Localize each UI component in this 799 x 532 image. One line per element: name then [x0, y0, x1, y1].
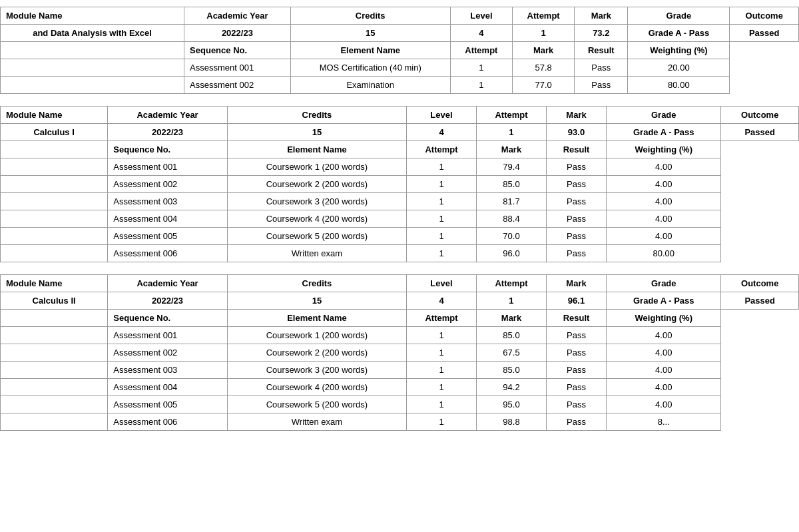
assessment-result-cell: Pass: [546, 362, 606, 379]
assessment-seq-cell: Assessment 002: [108, 344, 228, 362]
sub-header-cell: Weighting (%): [628, 42, 730, 59]
table-header-mark: Mark: [546, 107, 606, 124]
assessment-seq-cell: Assessment 004: [108, 210, 228, 228]
assessment-row: Assessment 002Examination177.0Pass80.00: [1, 77, 799, 94]
assessment-row: Assessment 003Coursework 3 (200 words)18…: [1, 193, 799, 210]
assessment-row: Assessment 005Coursework 5 (200 words)17…: [1, 228, 799, 245]
assessment-result-cell: Pass: [546, 210, 606, 228]
assessment-row: Assessment 001MOS Certification (40 min)…: [1, 59, 799, 77]
assessment-weighting-cell: 80.00: [628, 77, 730, 94]
assessment-weighting-cell: 4.00: [607, 158, 721, 176]
assessment-seq-cell: Assessment 002: [184, 77, 291, 94]
module-level-cell: 4: [407, 292, 477, 310]
assessment-result-cell: Pass: [575, 77, 628, 94]
module-outcome-cell: Passed: [721, 124, 799, 141]
assessment-seq-cell: Assessment 001: [108, 158, 228, 176]
empty-cell: [1, 413, 108, 431]
assessment-mark-cell: 88.4: [476, 210, 546, 228]
assessment-mark-cell: 81.7: [476, 193, 546, 210]
module-attempt-cell: 1: [513, 25, 575, 42]
assessment-element-cell: Coursework 2 (200 words): [227, 344, 406, 362]
table-header-module-name: Module Name: [1, 7, 184, 25]
assessment-mark-cell: 70.0: [476, 228, 546, 245]
sub-header-cell: Mark: [513, 42, 575, 59]
assessment-row: Assessment 004Coursework 4 (200 words)19…: [1, 379, 799, 396]
assessment-attempt-cell: 1: [407, 327, 477, 344]
assessment-attempt-cell: 1: [407, 379, 477, 396]
assessment-attempt-cell: 1: [407, 193, 477, 210]
assessment-mark-cell: 85.0: [476, 327, 546, 344]
sub-header-cell: Attempt: [407, 310, 477, 327]
assessment-row: Assessment 003Coursework 3 (200 words)18…: [1, 362, 799, 379]
assessment-result-cell: Pass: [546, 176, 606, 193]
assessment-seq-cell: Assessment 002: [108, 176, 228, 193]
sub-header-row: Sequence No.Element NameAttemptMarkResul…: [1, 42, 799, 59]
empty-cell: [1, 245, 108, 262]
module-outcome-cell: Passed: [721, 292, 799, 310]
sub-header-cell: Sequence No.: [108, 310, 228, 327]
table-header-credits: Credits: [290, 7, 450, 25]
empty-cell: [1, 210, 108, 228]
assessment-attempt-cell: 1: [407, 228, 477, 245]
sub-header-row: Sequence No.Element NameAttemptMarkResul…: [1, 141, 799, 158]
assessment-result-cell: Pass: [546, 245, 606, 262]
assessment-element-cell: Coursework 2 (200 words): [227, 176, 406, 193]
assessment-row: Assessment 006Written exam198.8Pass8...: [1, 413, 799, 431]
assessment-result-cell: Pass: [546, 327, 606, 344]
assessment-weighting-cell: 4.00: [607, 210, 721, 228]
assessment-mark-cell: 85.0: [476, 176, 546, 193]
empty-cell: [1, 141, 108, 158]
page-container: Module NameAcademic YearCreditsLevelAtte…: [0, 0, 799, 449]
module-block: Module NameAcademic YearCreditsLevelAtte…: [0, 274, 799, 431]
assessment-element-cell: Coursework 1 (200 words): [227, 327, 406, 344]
module-outcome-cell: Passed: [730, 25, 799, 42]
assessment-weighting-cell: 4.00: [607, 344, 721, 362]
empty-cell: [1, 42, 184, 59]
assessment-row: Assessment 004Coursework 4 (200 words)18…: [1, 210, 799, 228]
assessment-element-cell: Coursework 4 (200 words): [227, 379, 406, 396]
assessment-element-cell: Coursework 4 (200 words): [227, 210, 406, 228]
empty-cell: [1, 77, 184, 94]
assessment-element-cell: Examination: [290, 77, 450, 94]
module-grade-cell: Grade A - Pass: [628, 25, 730, 42]
module-main-row: Calculus II2022/23154196.1Grade A - Pass…: [1, 292, 799, 310]
assessment-attempt-cell: 1: [407, 158, 477, 176]
sub-header-cell: Weighting (%): [607, 310, 721, 327]
assessment-result-cell: Pass: [546, 344, 606, 362]
sub-header-row: Sequence No.Element NameAttemptMarkResul…: [1, 310, 799, 327]
module-main-row: and Data Analysis with Excel2022/2315417…: [1, 25, 799, 42]
assessment-seq-cell: Assessment 003: [108, 362, 228, 379]
module-attempt-cell: 1: [476, 124, 546, 141]
assessment-mark-cell: 77.0: [513, 77, 575, 94]
table-header-grade: Grade: [607, 107, 721, 124]
assessment-attempt-cell: 1: [450, 77, 512, 94]
assessment-weighting-cell: 4.00: [607, 228, 721, 245]
assessment-element-cell: MOS Certification (40 min): [290, 59, 450, 77]
table-header-credits: Credits: [227, 107, 406, 124]
table-header-level: Level: [407, 275, 477, 292]
empty-cell: [1, 396, 108, 413]
empty-cell: [1, 362, 108, 379]
empty-cell: [1, 344, 108, 362]
module-level-cell: 4: [407, 124, 477, 141]
assessment-mark-cell: 94.2: [476, 379, 546, 396]
empty-cell: [1, 379, 108, 396]
module-mark-cell: 73.2: [575, 25, 628, 42]
assessment-weighting-cell: 8...: [607, 413, 721, 431]
module-block: Module NameAcademic YearCreditsLevelAtte…: [0, 106, 799, 262]
table-header-attempt: Attempt: [513, 7, 575, 25]
assessment-seq-cell: Assessment 005: [108, 228, 228, 245]
empty-cell: [1, 176, 108, 193]
assessment-mark-cell: 57.8: [513, 59, 575, 77]
assessment-attempt-cell: 1: [407, 362, 477, 379]
table-header-credits: Credits: [227, 275, 406, 292]
assessment-row: Assessment 001Coursework 1 (200 words)17…: [1, 158, 799, 176]
empty-cell: [1, 158, 108, 176]
sub-header-cell: Attempt: [450, 42, 512, 59]
assessment-result-cell: Pass: [546, 193, 606, 210]
assessment-seq-cell: Assessment 004: [108, 379, 228, 396]
assessment-element-cell: Coursework 5 (200 words): [227, 228, 406, 245]
empty-cell: [1, 59, 184, 77]
assessment-weighting-cell: 4.00: [607, 193, 721, 210]
table-header-outcome: Outcome: [730, 7, 799, 25]
